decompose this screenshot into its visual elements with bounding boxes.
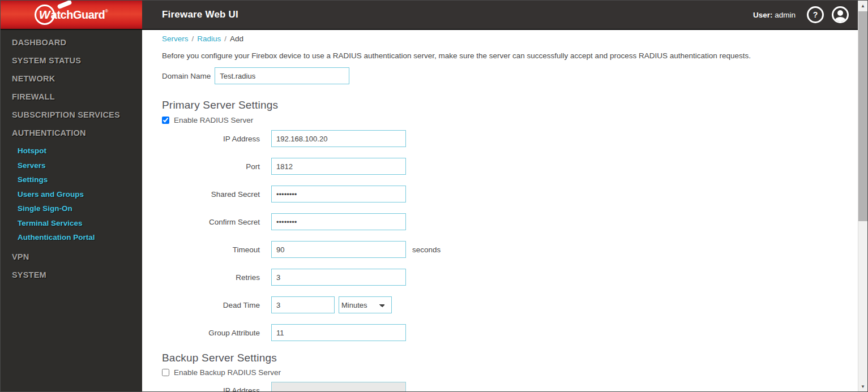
sidebar-item-vpn[interactable]: VPN: [1, 248, 142, 266]
port-input[interactable]: [271, 158, 406, 175]
timeout-units-text: seconds: [412, 245, 441, 254]
authentication-submenu: Hotspot Servers Settings Users and Group…: [1, 144, 142, 245]
breadcrumb: Servers/Radius/Add: [162, 35, 846, 43]
breadcrumb-radius-link[interactable]: Radius: [197, 35, 221, 43]
retries-input[interactable]: [271, 269, 406, 286]
shared-secret-label: Shared Secret: [162, 190, 260, 199]
timeout-input[interactable]: [271, 241, 406, 258]
backup-ip-address-row: IP Address: [162, 382, 846, 391]
breadcrumb-servers-link[interactable]: Servers: [162, 35, 189, 43]
timeout-row: Timeout seconds: [162, 241, 846, 258]
sidebar-subitem-users-and-groups[interactable]: Users and Groups: [1, 187, 142, 202]
sidebar-nav: DASHBOARD SYSTEM STATUS NETWORK FIREWALL…: [1, 30, 142, 391]
app-title: Fireware Web UI: [162, 9, 238, 20]
dead-time-unit-select[interactable]: Minutes: [339, 296, 392, 313]
app-window: W atchGuard ® Fireware Web UI User: admi…: [1, 1, 867, 391]
sidebar-subitem-authentication-portal[interactable]: Authentication Portal: [1, 230, 142, 245]
domain-name-label: Domain Name: [162, 72, 211, 80]
port-label: Port: [162, 162, 260, 171]
group-attribute-row: Group Attribute: [162, 324, 846, 341]
ip-address-label: IP Address: [162, 135, 260, 143]
enable-backup-radius-server-checkbox[interactable]: [162, 369, 169, 376]
registered-mark: ®: [105, 8, 108, 14]
enable-radius-server-checkbox[interactable]: [162, 117, 169, 124]
sidebar-item-system[interactable]: SYSTEM: [1, 266, 142, 284]
top-bar: Fireware Web UI User: admin ?: [142, 1, 858, 30]
backup-ip-address-input[interactable]: [271, 382, 406, 391]
watchguard-logo-banner: W atchGuard ®: [1, 1, 142, 30]
confirm-secret-label: Confirm Secret: [162, 218, 260, 226]
enable-backup-radius-server-label: Enable Backup RADIUS Server: [174, 368, 281, 377]
scrollbar-down-arrow-icon[interactable]: ▼: [858, 381, 867, 391]
ip-address-input[interactable]: [271, 130, 406, 147]
ip-address-row: IP Address: [162, 130, 846, 147]
backup-server-form: IP Address: [162, 382, 846, 391]
retries-row: Retries: [162, 269, 846, 286]
sidebar-subitem-hotspot[interactable]: Hotspot: [1, 144, 142, 158]
logo-text: atchGuard: [51, 8, 105, 21]
shared-secret-row: Shared Secret: [162, 186, 846, 203]
breadcrumb-current-page: Add: [230, 35, 243, 43]
sidebar-item-system-status[interactable]: SYSTEM STATUS: [1, 51, 142, 70]
enable-radius-server-row: Enable RADIUS Server: [162, 116, 846, 124]
domain-name-input[interactable]: [215, 67, 349, 84]
primary-server-form: IP Address Port Shared Secret Confirm Se…: [162, 130, 846, 341]
sidebar-item-authentication[interactable]: AUTHENTICATION: [1, 124, 142, 142]
confirm-secret-input[interactable]: [271, 213, 406, 230]
scrollbar-thumb[interactable]: [858, 11, 867, 221]
sidebar-subitem-settings[interactable]: Settings: [1, 173, 142, 187]
sidebar-item-network[interactable]: NETWORK: [1, 70, 142, 88]
sidebar-subitem-single-sign-on[interactable]: Single Sign-On: [1, 201, 142, 216]
shared-secret-input[interactable]: [271, 186, 406, 203]
user-name: admin: [775, 11, 796, 19]
dead-time-label: Dead Time: [162, 301, 260, 309]
dead-time-row: Dead Time Minutes: [162, 296, 846, 313]
breadcrumb-separator: /: [192, 35, 194, 43]
enable-backup-radius-server-row: Enable Backup RADIUS Server: [162, 368, 846, 377]
help-icon[interactable]: ?: [807, 6, 824, 23]
backup-server-settings-heading: Backup Server Settings: [162, 352, 846, 364]
breadcrumb-separator: /: [224, 35, 226, 43]
group-attribute-input[interactable]: [271, 324, 406, 341]
sidebar-subitem-servers[interactable]: Servers: [1, 158, 142, 173]
domain-name-row: Domain Name: [162, 67, 846, 84]
sidebar-item-subscription-services[interactable]: SUBSCRIPTION SERVICES: [1, 106, 142, 124]
group-attribute-label: Group Attribute: [162, 329, 260, 337]
port-row: Port: [162, 158, 846, 175]
sidebar-subitem-terminal-services[interactable]: Terminal Services: [1, 216, 142, 231]
timeout-label: Timeout: [162, 245, 260, 254]
scrollbar-up-arrow-icon[interactable]: ▲: [858, 1, 867, 11]
vertical-scrollbar[interactable]: ▲ ▼: [858, 1, 867, 391]
dead-time-input[interactable]: [271, 296, 335, 313]
primary-server-settings-heading: Primary Server Settings: [162, 99, 846, 111]
intro-text: Before you configure your Firebox device…: [162, 51, 846, 60]
sidebar-item-dashboard[interactable]: DASHBOARD: [1, 33, 142, 51]
confirm-secret-row: Confirm Secret: [162, 213, 846, 230]
user-avatar-icon[interactable]: [832, 6, 849, 23]
enable-radius-server-label: Enable RADIUS Server: [174, 116, 253, 124]
sidebar-item-firewall[interactable]: FIREWALL: [1, 88, 142, 106]
user-indicator: User: admin: [753, 11, 796, 19]
retries-label: Retries: [162, 273, 260, 282]
top-bar-right: User: admin ?: [753, 6, 849, 23]
backup-ip-address-label: IP Address: [162, 386, 260, 392]
main-content: Servers/Radius/Add Before you configure …: [142, 30, 858, 391]
watchguard-logo: W atchGuard ®: [35, 5, 108, 25]
user-label: User:: [753, 11, 773, 19]
